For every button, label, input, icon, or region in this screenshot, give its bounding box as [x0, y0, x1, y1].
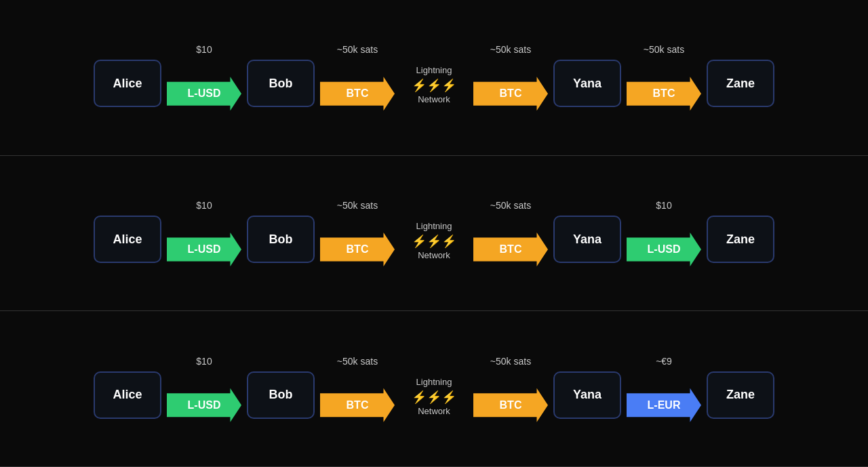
alice-group-3: Alice — [94, 359, 161, 419]
lightning-text-1: Lightning — [416, 65, 452, 77]
btc-amount-5: ~50k sats — [490, 200, 531, 212]
flow-row-3: Alice $10 L-USD Bob ~50k sats BTC Lightn… — [0, 311, 868, 467]
leur-arrow-1: L-EUR — [627, 388, 701, 422]
yana-group-3: Yana — [553, 359, 621, 419]
lightning-network-1: Network — [418, 94, 450, 106]
lightning-text-2: Lightning — [416, 221, 452, 232]
zane-node-2: Zane — [707, 216, 774, 263]
bob-node-3: Bob — [247, 371, 315, 419]
btc-arrow-group-3: ~50k sats BTC — [627, 44, 701, 110]
btc-arrow-group-2: ~50k sats BTC — [473, 44, 548, 110]
alice-node-1: Alice — [94, 60, 161, 107]
lightning-bolts-2: ⚡⚡⚡ — [412, 234, 456, 249]
yana-group-2: Yana — [553, 203, 621, 263]
flow-1: Alice $10 L-USD Bob ~50k sats BTC Lightn… — [14, 44, 854, 110]
btc-arrow-5: BTC — [473, 232, 548, 266]
btc-arrow-6: BTC — [320, 388, 395, 422]
lightning-network-2: Network — [418, 250, 450, 262]
zane-group-1: Zane — [707, 47, 774, 107]
lusd-amount-2: $10 — [196, 200, 212, 212]
lusd-amount-3: $10 — [656, 200, 671, 212]
lightning-network-3: Network — [418, 406, 450, 418]
lusd-amount-4: $10 — [196, 356, 212, 368]
zane-node-1: Zane — [707, 60, 774, 107]
yana-node-3: Yana — [553, 371, 621, 419]
leur-amount-1: ~€9 — [656, 356, 672, 368]
lightning-bolts-3: ⚡⚡⚡ — [412, 390, 456, 405]
bob-node-1: Bob — [247, 60, 315, 107]
btc-arrow-2: BTC — [473, 77, 548, 110]
lightning-text-3: Lightning — [416, 377, 452, 388]
btc-arrow-4: BTC — [320, 232, 395, 266]
btc-arrow-group-1: ~50k sats BTC — [320, 44, 395, 110]
btc-amount-4: ~50k sats — [337, 200, 378, 212]
btc-arrow-group-4: ~50k sats BTC — [320, 200, 395, 266]
flow-row-1: Alice $10 L-USD Bob ~50k sats BTC Lightn… — [0, 0, 868, 156]
lightning-bolts-1: ⚡⚡⚡ — [412, 78, 456, 93]
bob-group-1: Bob — [247, 47, 315, 107]
btc-arrow-group-7: ~50k sats BTC — [473, 356, 548, 422]
zane-group-2: Zane — [707, 203, 774, 263]
yana-node-1: Yana — [553, 60, 621, 107]
yana-node-2: Yana — [553, 216, 621, 263]
lusd-amount-1: $10 — [196, 44, 212, 56]
lusd-arrow-group-3: $10 L-USD — [627, 200, 701, 266]
lightning-node-3: Lightning ⚡⚡⚡ Network — [400, 377, 468, 418]
bob-group-3: Bob — [247, 359, 315, 419]
bob-group-2: Bob — [247, 203, 315, 263]
btc-amount-1: ~50k sats — [337, 44, 378, 56]
zane-node-3: Zane — [707, 371, 774, 419]
btc-arrow-group-6: ~50k sats BTC — [320, 356, 395, 422]
lusd-arrow-group-2: $10 L-USD — [167, 200, 241, 266]
btc-arrow-7: BTC — [473, 388, 548, 422]
flow-2: Alice $10 L-USD Bob ~50k sats BTC Lightn… — [14, 200, 854, 266]
btc-arrow-1: BTC — [320, 77, 395, 110]
alice-group-1: Alice — [94, 47, 161, 107]
btc-amount-7: ~50k sats — [490, 356, 531, 368]
btc-arrow-3: BTC — [627, 77, 701, 110]
lightning-node-2: Lightning ⚡⚡⚡ Network — [400, 221, 468, 262]
flow-row-2: Alice $10 L-USD Bob ~50k sats BTC Lightn… — [0, 156, 868, 312]
btc-amount-3: ~50k sats — [644, 44, 684, 56]
alice-node-2: Alice — [94, 216, 161, 263]
lusd-arrow-4: L-USD — [167, 388, 241, 422]
btc-amount-2: ~50k sats — [490, 44, 531, 56]
btc-amount-6: ~50k sats — [337, 356, 378, 368]
leur-arrow-group-1: ~€9 L-EUR — [627, 356, 701, 422]
btc-arrow-group-5: ~50k sats BTC — [473, 200, 548, 266]
yana-group-1: Yana — [553, 47, 621, 107]
lightning-node-1: Lightning ⚡⚡⚡ Network — [400, 65, 468, 106]
lusd-arrow-1: L-USD — [167, 77, 241, 110]
alice-node-3: Alice — [94, 371, 161, 419]
lusd-arrow-3: L-USD — [627, 232, 701, 266]
lusd-arrow-group-1: $10 L-USD — [167, 44, 241, 110]
alice-group-2: Alice — [94, 203, 161, 263]
lusd-arrow-2: L-USD — [167, 232, 241, 266]
zane-group-3: Zane — [707, 359, 774, 419]
bob-node-2: Bob — [247, 216, 315, 263]
flow-3: Alice $10 L-USD Bob ~50k sats BTC Lightn… — [14, 356, 854, 422]
lusd-arrow-group-4: $10 L-USD — [167, 356, 241, 422]
